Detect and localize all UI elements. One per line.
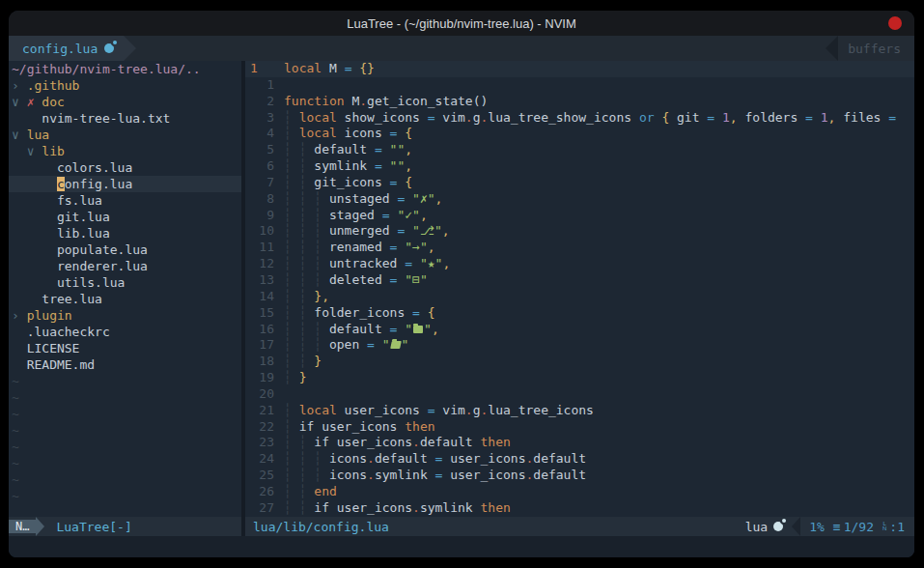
text-segment: 1 [821, 110, 828, 125]
code-line[interactable]: 1local M = {} [245, 61, 914, 77]
tree-item[interactable]: ∨ lua [9, 127, 241, 143]
text-segment: ┆ [284, 110, 299, 125]
tree-item[interactable]: ∨ ✗ doc [9, 94, 241, 110]
code-line[interactable]: 15┆ ┆ folder_icons = { [245, 305, 914, 322]
text-segment: , [442, 223, 450, 238]
tree-item[interactable]: tree.lua [9, 291, 241, 307]
text-segment: icons [329, 468, 367, 482]
tree-item[interactable]: .luacheckrc [9, 324, 241, 340]
text-segment: "" [390, 158, 406, 173]
code-line[interactable]: 9┆ ┆ ┆ staged = "✓", [245, 208, 914, 224]
code-line[interactable]: 19┆ } [245, 370, 914, 386]
buffers-label[interactable]: buffers [838, 36, 914, 61]
code-line[interactable]: 25┆ ┆ ┆ icons.symlink = user_icons.defau… [245, 468, 914, 484]
code-line[interactable]: 23┆ ┆ if user_icons.default then [245, 435, 914, 451]
code-line[interactable]: 18┆ ┆ } [245, 354, 914, 370]
tree-item[interactable]: ∨ lib [9, 143, 241, 159]
tree-item[interactable]: ~/github/nvim-tree.lua/.. [9, 61, 241, 77]
code-line[interactable]: 7┆ ┆ git_icons = { [245, 175, 914, 191]
tree-item[interactable]: renderer.lua [9, 258, 241, 274]
code-editor[interactable]: 1local M = {}12function M.get_icon_state… [245, 61, 914, 517]
line-number: 16 [245, 322, 274, 338]
tree-item[interactable]: fs.lua [9, 192, 241, 209]
tree-item[interactable]: utils.lua [9, 274, 241, 291]
tilde-marker: ~ [12, 472, 19, 487]
tree-item[interactable]: git.lua [9, 209, 241, 225]
code-line[interactable]: 14┆ ┆ }, [245, 289, 914, 305]
text-segment: , [420, 208, 428, 222]
line-number: 7 [245, 175, 274, 191]
line-content: ┆ ┆ ┆ open = "" [274, 337, 408, 354]
text-segment [12, 160, 57, 175]
code-line[interactable]: 12┆ ┆ ┆ untracked = "★", [245, 256, 914, 272]
code-line[interactable]: 8┆ ┆ ┆ unstaged = "✗", [245, 191, 914, 208]
text-segment: unmerged [329, 223, 397, 238]
text-segment: = [888, 110, 896, 125]
mode-indicator: N… [9, 520, 36, 533]
text-segment: default [533, 468, 586, 482]
line-position: ≡ 1/92 [833, 520, 874, 534]
title-bar: LuaTree - (~/github/nvim-tree.lua) - NVI… [9, 11, 914, 36]
tree-item[interactable]: config.lua [9, 176, 241, 192]
code-line[interactable]: 26┆ ┆ end [245, 484, 914, 500]
empty-line-tilde: ~ [9, 373, 241, 389]
tree-item[interactable]: › plugin [9, 307, 241, 324]
empty-line-tilde: ~ [9, 406, 241, 422]
text-segment: folder_icons [314, 305, 412, 320]
code-line[interactable]: 16┆ ┆ ┆ default = "", [245, 322, 914, 338]
tilde-marker: ~ [12, 440, 19, 454]
text-segment: ∨ [12, 95, 27, 109]
text-segment: default [533, 451, 586, 466]
code-line[interactable]: 13┆ ┆ ┆ deleted = "⊟" [245, 272, 914, 289]
tree-item[interactable]: lib.lua [9, 225, 241, 241]
text-segment: , [442, 256, 450, 270]
statusline: N… LuaTree[-] lua/lib/config.lua lua 1% … [9, 517, 914, 536]
tree-item[interactable]: colors.lua [9, 159, 241, 176]
text-segment: ┆ ┆ ┆ [284, 240, 329, 254]
text-segment: ┆ ┆ ┆ [284, 337, 329, 352]
code-line[interactable]: 2function M.get_icon_state() [245, 94, 914, 110]
code-line[interactable]: 10┆ ┆ ┆ unmerged = "⎇", [245, 223, 914, 240]
line-content [274, 77, 284, 94]
text-segment: colors.lua [57, 160, 132, 175]
empty-line-tilde: ~ [9, 455, 241, 471]
code-line[interactable]: 4┆ local icons = { [245, 126, 914, 142]
filetype-label: lua [745, 520, 768, 534]
text-segment: renderer.lua [57, 259, 148, 273]
code-line[interactable]: 24┆ ┆ ┆ icons.default = user_icons.defau… [245, 451, 914, 468]
code-line[interactable]: 27┆ ┆ if user_icons.symlink then [245, 500, 914, 517]
code-line[interactable]: 21┆ local user_icons = vim.g.lua_tree_ic… [245, 403, 914, 419]
text-segment: "" [390, 142, 406, 156]
text-segment: vim [435, 403, 465, 417]
close-button-icon[interactable] [888, 16, 902, 30]
command-line[interactable] [9, 536, 914, 557]
tab-config-lua[interactable]: config.lua [9, 36, 124, 61]
code-line[interactable]: 6┆ ┆ symlink = "", [245, 158, 914, 175]
line-content: function M.get_icon_state() [274, 94, 488, 110]
tree-item[interactable]: › .github [9, 77, 241, 94]
tree-item[interactable]: README.md [9, 356, 241, 373]
tree-item[interactable]: LICENSE [9, 340, 241, 356]
line-number: 2 [245, 94, 274, 110]
code-line[interactable]: 20 [245, 386, 914, 403]
line-number: 13 [245, 272, 274, 289]
file-tree[interactable]: ~/github/nvim-tree.lua/..› .github∨ ✗ do… [9, 61, 241, 517]
empty-line-tilde: ~ [9, 471, 241, 488]
folder-open-icon [390, 341, 402, 349]
text-segment: if user_icons [314, 500, 412, 515]
tree-item[interactable]: nvim-tree-lua.txt [9, 110, 241, 127]
text-segment: ∨ [27, 144, 42, 158]
code-line[interactable]: 3┆ local show_icons = vim.g.lua_tree_sho… [245, 110, 914, 127]
code-line[interactable]: 11┆ ┆ ┆ renamed = "→", [245, 240, 914, 256]
text-segment [12, 177, 57, 191]
text-segment: . [465, 403, 473, 417]
code-line[interactable]: 22┆ if user_icons then [245, 419, 914, 436]
line-content: ┆ ┆ if user_icons.symlink then [274, 500, 511, 517]
line-number: 26 [245, 484, 274, 500]
code-line[interactable]: 17┆ ┆ ┆ open = "" [245, 337, 914, 354]
code-line[interactable]: 5┆ ┆ default = "", [245, 142, 914, 158]
tree-item[interactable]: populate.lua [9, 241, 241, 258]
code-line[interactable]: 1 [245, 77, 914, 94]
text-segment: files [835, 110, 888, 125]
line-number: 15 [245, 305, 274, 322]
